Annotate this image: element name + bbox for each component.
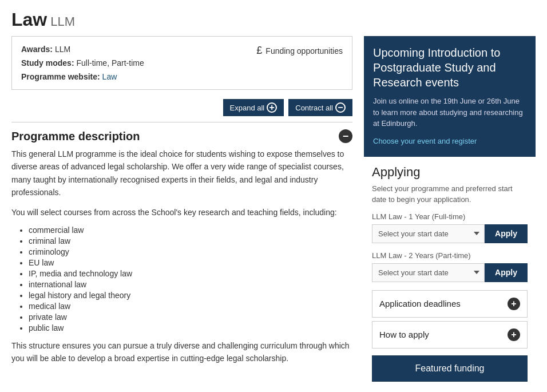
events-description: Join us online on the 19th June or 26th … [373,96,526,129]
list-item: criminology [29,247,352,256]
applying-description: Select your programme and preferred star… [372,183,528,205]
list-item: private law [29,312,352,322]
programme2-label: LLM Law - 2 Years (Part-time) [372,251,528,260]
how-to-apply-accordion: How to apply + [372,321,528,349]
list-item: international law [29,280,352,289]
apply-row-1: Select your start dateSeptember 2024Janu… [372,224,528,243]
start-date-select-2[interactable]: Select your start dateSeptember 2024Janu… [372,263,485,282]
how-to-apply-header[interactable]: How to apply + [372,322,527,348]
programme-list: commercial lawcriminal lawcriminologyEU … [11,225,352,332]
awards-value: LLM [55,45,70,54]
programme-para2: You will select courses from across the … [11,206,352,219]
list-item: EU law [29,258,352,267]
application-deadlines-header[interactable]: Application deadlines + [372,291,527,317]
programme1-label: LLM Law - 1 Year (Full-time) [372,212,528,221]
featured-funding-button[interactable]: Featured funding [372,355,528,382]
application-deadlines-label: Application deadlines [379,299,461,308]
programme-description-title: Programme description [11,130,140,143]
list-item: public law [29,323,352,332]
application-deadlines-plus-icon: + [508,298,520,310]
applying-title: Applying [372,165,528,180]
events-register-link[interactable]: Choose your event and register [373,137,477,145]
expand-contract-toolbar: Expand all + Contract all − [11,99,352,116]
contract-all-label: Contract all [295,104,333,112]
list-item: legal history and legal theory [29,291,352,300]
apply-button-2[interactable]: Apply [485,263,528,282]
apply-button-1[interactable]: Apply [485,224,528,243]
apply-row-2: Select your start dateSeptember 2024Janu… [372,263,528,282]
list-item: IP, media and technology law [29,269,352,278]
contract-minus-icon: − [335,102,346,113]
programme-description-toggle[interactable]: − [339,129,352,143]
contract-all-button[interactable]: Contract all − [288,99,352,116]
start-date-select-1[interactable]: Select your start dateSeptember 2024Janu… [372,224,485,243]
funding-label: Funding opportunities [265,46,343,56]
pound-icon: £ [256,45,262,57]
how-to-apply-label: How to apply [379,330,429,339]
expand-all-button[interactable]: Expand all + [223,99,284,116]
how-to-apply-plus-icon: + [508,328,520,341]
awards-label: Awards: [21,45,53,54]
funding-row[interactable]: £ Funding opportunities [256,45,343,57]
info-box: Awards: LLM Study modes: Full-time, Part… [11,36,352,90]
list-item: criminal law [29,236,352,246]
events-box: Upcoming Introduction to Postgraduate St… [364,36,536,155]
list-item: commercial law [29,225,352,235]
programme-website-label: Programme website: [21,72,100,81]
programme-description-section: Programme description − This general LLM… [11,122,352,381]
application-deadlines-accordion: Application deadlines + [372,290,528,318]
expand-all-label: Expand all [230,104,265,112]
study-modes-value: Full-time, Part-time [76,58,144,68]
right-sidebar: Upcoming Introduction to Postgraduate St… [364,36,536,386]
study-modes-label: Study modes: [21,58,74,68]
events-title: Upcoming Introduction to Postgraduate St… [373,45,526,90]
list-item: medical law [29,302,352,311]
page-title: LawLLM [11,9,536,30]
applying-box: Applying Select your programme and prefe… [364,155,536,386]
programme-website-link[interactable]: Law [102,72,117,81]
programme-para3: This structure ensures you can pursue a … [11,339,352,365]
expand-plus-icon: + [267,102,277,113]
programme-description-body: This general LLM programme is the ideal … [11,148,352,381]
programme-para1: This general LLM programme is the ideal … [11,148,352,199]
